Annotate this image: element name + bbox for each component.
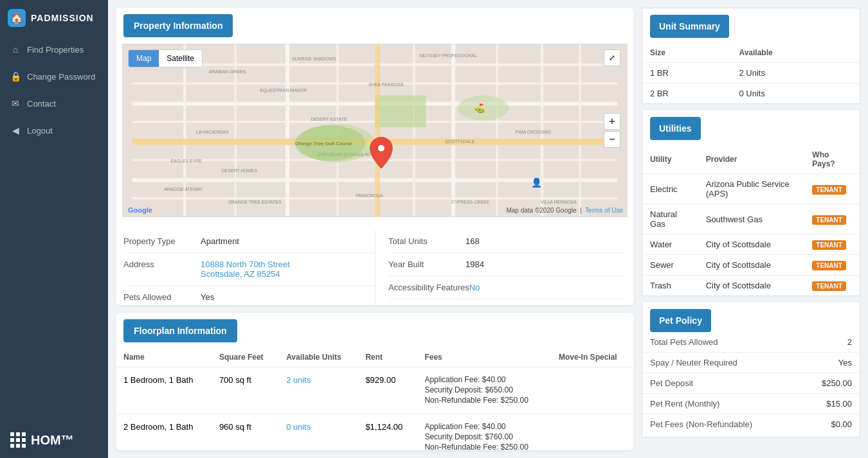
address-value[interactable]: 10888 North 70th Street Scottsdale, AZ 8… bbox=[201, 260, 290, 279]
total-units-row: Total Units 168 bbox=[388, 230, 626, 253]
map-tab-satellite[interactable]: Satellite bbox=[159, 50, 202, 67]
pet-row: Pet Rent (Monthly) $15.00 bbox=[642, 394, 860, 414]
total-units-value: 168 bbox=[466, 236, 480, 246]
util-who-pays: TENANT bbox=[804, 234, 860, 255]
pets-value: Yes bbox=[201, 292, 214, 302]
utility-row: Natural Gas Southwest Gas TENANT bbox=[642, 204, 860, 234]
pet-policy-header: Pet Policy bbox=[650, 309, 711, 332]
utility-row: Electric Arizona Public Service (APS) TE… bbox=[642, 174, 860, 204]
zoom-out-button[interactable]: − bbox=[604, 131, 620, 148]
svg-text:PRIMOROSA: PRIMOROSA bbox=[356, 193, 383, 198]
logo-text: PADMISSION bbox=[31, 13, 94, 23]
pet-label: Pet Rent (Monthly) bbox=[650, 399, 719, 409]
pet-value: 2 bbox=[847, 337, 852, 347]
svg-text:SCOTTSDALE: SCOTTSDALE bbox=[445, 139, 475, 144]
us-size: 1 BR bbox=[642, 63, 731, 84]
sidebar-item-logout[interactable]: ◀ Logout bbox=[0, 117, 108, 144]
fee-line: Security Deposit: $760.00 bbox=[424, 432, 543, 441]
svg-rect-14 bbox=[413, 44, 415, 216]
sidebar-label-contact: Contact bbox=[27, 99, 56, 109]
property-info-header: Property Information bbox=[123, 14, 233, 37]
home-icon: ⌂ bbox=[10, 44, 21, 55]
col-sqft: Square Feet bbox=[212, 348, 278, 367]
fee-line: Security Deposit: $650.00 bbox=[424, 385, 543, 394]
svg-text:VILLA HERMOSA: VILLA HERMOSA bbox=[541, 200, 577, 204]
map-controls: Map Satellite bbox=[128, 49, 203, 67]
sidebar: 🏠 PADMISSION ⌂ Find Properties 🔒 Change … bbox=[0, 0, 108, 458]
utilities-header: Utilities bbox=[650, 117, 701, 140]
hom-logo: HOM™ bbox=[10, 432, 98, 448]
property-details-left: Property Type Apartment Address 10888 No… bbox=[123, 230, 375, 305]
pet-row: Pet Deposit $250.00 bbox=[642, 373, 860, 394]
fp-sqft: 700 sq ft bbox=[212, 367, 278, 414]
address-row: Address 10888 North 70th Street Scottsda… bbox=[123, 253, 375, 286]
utilities-panel: Utilities Utility Provider Who Pays? Ele… bbox=[642, 110, 860, 296]
util-col-who-pays: Who Pays? bbox=[804, 145, 860, 174]
sidebar-item-change-password[interactable]: 🔒 Change Password bbox=[0, 63, 108, 90]
svg-text:EAGLES EYRE: EAGLES EYRE bbox=[170, 159, 202, 163]
zoom-in-button[interactable]: + bbox=[604, 113, 620, 130]
sidebar-label-logout: Logout bbox=[27, 126, 53, 136]
util-who-pays: TENANT bbox=[804, 174, 860, 204]
fp-available: 0 units bbox=[278, 414, 357, 450]
pets-row: Pets Allowed Yes bbox=[123, 286, 375, 305]
fp-rent: $929.00 bbox=[357, 367, 417, 414]
us-available: 2 Units bbox=[731, 63, 860, 84]
sidebar-label-change-password: Change Password bbox=[27, 72, 95, 82]
svg-rect-23 bbox=[375, 44, 380, 216]
col-move-in: Move-In Special bbox=[551, 348, 634, 367]
util-provider: City of Scottsdale bbox=[698, 234, 805, 255]
utility-row: Water City of Scottsdale TENANT bbox=[642, 234, 860, 255]
unit-summary-panel: Unit Summary Size Available 1 BR 2 Units… bbox=[642, 8, 860, 104]
fp-available: 2 units bbox=[278, 367, 357, 414]
map-tab-map[interactable]: Map bbox=[129, 50, 159, 67]
floorplan-table: Name Square Feet Available Units Rent Fe… bbox=[116, 348, 634, 450]
svg-text:LA HACIENDAS: LA HACIENDAS bbox=[196, 130, 229, 134]
property-details-right: Total Units 168 Year Built 1984 Accessib… bbox=[375, 230, 626, 305]
sidebar-item-find-properties[interactable]: ⌂ Find Properties bbox=[0, 36, 108, 63]
unit-summary-col-size: Size bbox=[642, 43, 731, 63]
pet-label: Pet Fees (Non-Refundable) bbox=[650, 419, 752, 429]
floorplan-info-card: Floorplan Information Name Square Feet A… bbox=[116, 313, 634, 450]
sidebar-item-contact[interactable]: ✉ Contact bbox=[0, 90, 108, 117]
property-details-grid: Property Type Apartment Address 10888 No… bbox=[116, 224, 634, 305]
pet-row: Spay / Neuter Required Yes bbox=[642, 353, 860, 373]
age-restriction-row: Age Restriction 55 and over bbox=[388, 299, 626, 305]
utility-row: Sewer City of Scottsdale TENANT bbox=[642, 255, 860, 276]
fp-fees: Application Fee: $40.00Security Deposit:… bbox=[417, 414, 551, 450]
fp-move-in-special bbox=[551, 414, 634, 450]
svg-text:EQUESTRIAN MANOR: EQUESTRIAN MANOR bbox=[260, 88, 307, 93]
center-column: Property Information bbox=[116, 8, 634, 450]
util-who-pays: TENANT bbox=[804, 255, 860, 276]
floorplan-row: 2 Bedroom, 1 Bath 960 sq ft 0 units $1,1… bbox=[116, 414, 634, 450]
svg-text:ODYSSEY PROFESSIONAL: ODYSSEY PROFESSIONAL bbox=[419, 53, 476, 58]
fp-rent: $1,124.00 bbox=[357, 414, 417, 450]
pet-value: $15.00 bbox=[826, 399, 852, 409]
svg-text:PIMA CROSSING: PIMA CROSSING bbox=[515, 130, 551, 134]
year-built-value: 1984 bbox=[466, 260, 484, 269]
svg-text:CYPRESS CREEK: CYPRESS CREEK bbox=[451, 200, 489, 204]
us-available: 0 Units bbox=[731, 84, 860, 104]
util-provider: Arizona Public Service (APS) bbox=[698, 174, 805, 204]
address-label: Address bbox=[123, 260, 201, 269]
util-who-pays: TENANT bbox=[804, 204, 860, 234]
main-content: Property Information bbox=[108, 0, 868, 458]
hom-dots-icon bbox=[10, 432, 26, 448]
property-type-label: Property Type bbox=[123, 236, 201, 246]
terms-label[interactable]: Terms of Use bbox=[585, 207, 623, 214]
right-column: Unit Summary Size Available 1 BR 2 Units… bbox=[642, 8, 860, 450]
svg-point-45 bbox=[378, 145, 384, 152]
pet-policy-body: Total Pets Allowed 2 Spay / Neuter Requi… bbox=[642, 332, 860, 437]
tenant-badge: TENANT bbox=[812, 261, 846, 270]
sidebar-logo: 🏠 PADMISSION bbox=[0, 0, 108, 36]
google-attribution: Google bbox=[128, 206, 152, 214]
accessibility-row: Accessibility Features No bbox=[388, 276, 626, 299]
fullscreen-button[interactable]: ⤢ bbox=[604, 49, 620, 66]
pets-label: Pets Allowed bbox=[123, 292, 201, 302]
logo-icon: 🏠 bbox=[8, 9, 26, 27]
fee-line: Application Fee: $40.00 bbox=[424, 422, 543, 431]
col-name: Name bbox=[116, 348, 212, 367]
tenant-badge: TENANT bbox=[812, 185, 846, 195]
unit-summary-row: 1 BR 2 Units bbox=[642, 63, 860, 84]
pet-row: Pet Fees (Non-Refundable) $0.00 bbox=[642, 414, 860, 434]
